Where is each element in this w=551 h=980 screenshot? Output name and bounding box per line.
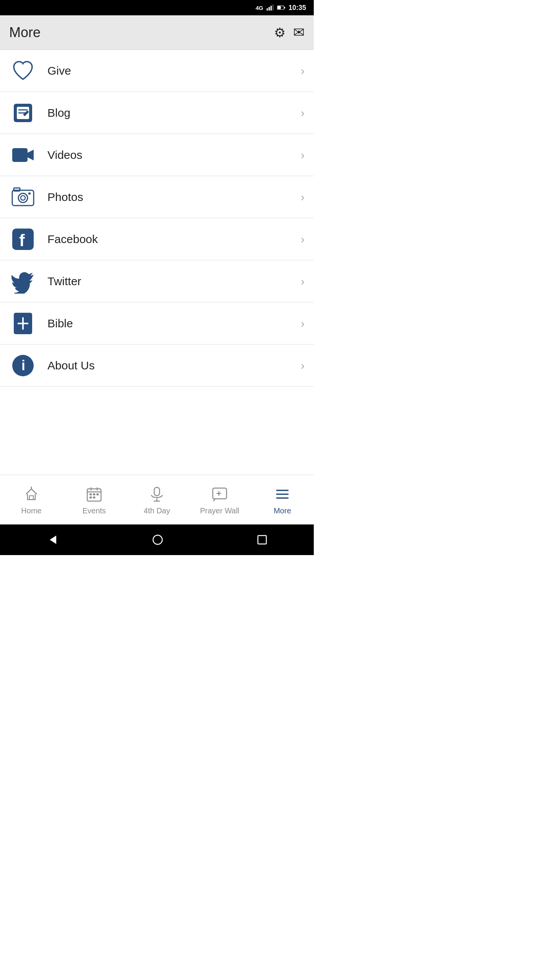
menu-item-bible[interactable]: Bible ›: [0, 302, 314, 345]
svg-text:i: i: [21, 358, 25, 373]
svg-rect-50: [258, 536, 266, 544]
blog-label: Blog: [47, 106, 301, 119]
header-actions: ⚙ ✉: [274, 24, 305, 41]
android-nav-bar: [0, 524, 314, 555]
svg-rect-36: [96, 493, 99, 495]
about-chevron: ›: [301, 359, 305, 372]
info-icon: i: [11, 353, 35, 378]
menu-item-about[interactable]: i About Us ›: [0, 345, 314, 387]
nav-item-events[interactable]: Events: [63, 475, 126, 524]
give-label: Give: [47, 64, 301, 77]
svg-rect-3: [272, 5, 274, 11]
blog-icon-wrap: [9, 99, 37, 127]
twitter-chevron: ›: [301, 275, 305, 288]
menu-item-twitter[interactable]: Twitter ›: [0, 260, 314, 302]
svg-rect-28: [29, 496, 33, 500]
mail-icon[interactable]: ✉: [293, 24, 305, 41]
header: More ⚙ ✉: [0, 15, 314, 50]
photos-label: Photos: [47, 191, 301, 204]
about-label: About Us: [47, 359, 301, 372]
svg-rect-39: [154, 487, 160, 496]
svg-marker-48: [50, 536, 56, 544]
events-nav-label: Events: [82, 506, 106, 515]
video-icon: [11, 143, 35, 167]
twitter-label: Twitter: [47, 275, 301, 288]
svg-rect-37: [90, 497, 92, 498]
svg-rect-35: [93, 493, 95, 495]
home-nav-label: Home: [21, 506, 41, 515]
recents-button[interactable]: [257, 535, 267, 545]
bible-label: Bible: [47, 317, 301, 330]
nav-item-4thday[interactable]: 4th Day: [126, 475, 188, 524]
4thday-nav-label: 4th Day: [144, 506, 170, 515]
nav-item-more[interactable]: More: [251, 475, 314, 524]
svg-rect-0: [267, 8, 268, 11]
facebook-chevron: ›: [301, 233, 305, 246]
mic-nav-icon: [147, 484, 167, 504]
svg-rect-2: [271, 6, 272, 11]
photos-chevron: ›: [301, 191, 305, 204]
twitter-icon: [11, 269, 35, 294]
blog-icon: [11, 101, 35, 125]
nav-item-home[interactable]: Home: [0, 475, 63, 524]
camera-icon: [11, 185, 35, 209]
prayerwall-nav-label: Prayer Wall: [200, 506, 240, 515]
battery-icon: [277, 4, 285, 11]
nav-item-prayerwall[interactable]: Prayer Wall: [188, 475, 251, 524]
heart-icon: [11, 59, 35, 83]
twitter-icon-wrap: [9, 268, 37, 295]
svg-marker-15: [28, 150, 34, 160]
svg-text:f: f: [19, 231, 25, 250]
events-nav-icon: [84, 484, 104, 504]
more-nav-label: More: [274, 506, 291, 515]
svg-rect-16: [12, 190, 34, 206]
svg-point-49: [153, 535, 162, 544]
svg-rect-1: [269, 7, 270, 10]
svg-rect-5: [284, 7, 285, 9]
menu-item-photos[interactable]: Photos ›: [0, 176, 314, 218]
svg-rect-17: [14, 188, 20, 191]
svg-rect-20: [28, 193, 31, 194]
give-chevron: ›: [301, 64, 305, 77]
about-icon-wrap: i: [9, 352, 37, 379]
back-button[interactable]: [47, 534, 58, 546]
photos-icon-wrap: [9, 183, 37, 211]
more-nav-icon: [272, 484, 292, 504]
svg-point-18: [18, 193, 28, 203]
videos-label: Videos: [47, 149, 301, 162]
videos-icon-wrap: [9, 141, 37, 169]
bible-icon-wrap: [9, 310, 37, 337]
menu-item-videos[interactable]: Videos ›: [0, 134, 314, 176]
signal-icon: [266, 4, 274, 11]
svg-point-19: [21, 196, 25, 200]
menu-item-give[interactable]: Give ›: [0, 50, 314, 92]
facebook-label: Facebook: [47, 233, 301, 246]
status-bar: 4G 10:35: [0, 0, 314, 15]
menu-list: Give › Blog › Videos ›: [0, 50, 314, 475]
home-nav-icon: [21, 484, 41, 504]
signal-4g: 4G: [256, 5, 263, 11]
prayerwall-nav-icon: [210, 484, 230, 504]
menu-item-blog[interactable]: Blog ›: [0, 92, 314, 134]
svg-rect-38: [93, 497, 95, 498]
status-time: 10:35: [289, 4, 306, 12]
page-title: More: [9, 24, 41, 41]
facebook-icon-wrap: f: [9, 225, 37, 253]
bible-chevron: ›: [301, 317, 305, 330]
svg-rect-34: [90, 493, 92, 495]
facebook-icon: f: [11, 227, 35, 252]
bottom-nav: Home Events: [0, 475, 314, 524]
give-icon-wrap: [9, 57, 37, 85]
settings-icon[interactable]: ⚙: [274, 25, 285, 40]
menu-item-facebook[interactable]: f Facebook ›: [0, 218, 314, 260]
home-button[interactable]: [152, 534, 163, 546]
bible-icon: [11, 311, 35, 336]
svg-rect-14: [12, 148, 28, 162]
blog-chevron: ›: [301, 106, 305, 119]
videos-chevron: ›: [301, 149, 305, 162]
